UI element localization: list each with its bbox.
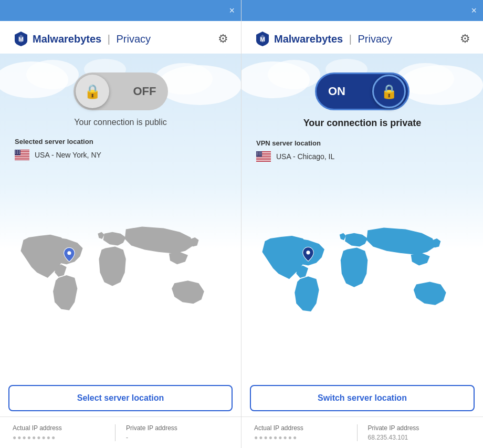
private-ip-value-right: 68.235.43.101 <box>368 434 471 441</box>
footer-left: Actual IP address ●●●●●●●●● Private IP a… <box>0 416 241 448</box>
flag-left <box>15 150 29 160</box>
server-section-left: Selected server location <box>13 138 228 165</box>
main-content-left: 🔒 OFF Your connection is public Selected… <box>0 54 241 380</box>
logo-privacy-right: Privacy <box>358 33 392 45</box>
server-name-left: USA - New York, NY <box>35 151 101 159</box>
settings-button-left[interactable]: ⚙ <box>218 32 228 46</box>
title-bar-right: × <box>242 0 483 21</box>
actual-ip-value-left: ●●●●●●●●● <box>13 434 115 441</box>
svg-point-21 <box>17 153 18 153</box>
actual-ip-section-left: Actual IP address ●●●●●●●●● <box>13 424 115 441</box>
svg-point-15 <box>17 150 18 151</box>
connection-status-right: Your connection is private <box>303 118 422 129</box>
app-header-right: M Malwarebytes | Privacy ⚙ <box>242 21 483 54</box>
svg-point-43 <box>260 153 261 154</box>
logo-privacy-left: Privacy <box>116 33 151 45</box>
actual-ip-value-right: ●●●●●●●●● <box>254 434 357 441</box>
svg-point-38 <box>257 152 257 152</box>
lock-icon-right: 🔒 <box>381 84 397 100</box>
svg-point-18 <box>17 152 18 152</box>
flag-right <box>256 151 271 162</box>
private-ip-section-right: Private IP address 68.235.43.101 <box>357 424 471 441</box>
private-ip-label-right: Private IP address <box>368 424 471 432</box>
lock-icon-left: 🔒 <box>84 84 101 100</box>
svg-point-39 <box>259 152 259 152</box>
svg-point-40 <box>260 152 261 152</box>
toggle-knob-right: 🔒 <box>372 75 406 108</box>
actual-ip-section-right: Actual IP address ●●●●●●●●● <box>254 424 357 441</box>
server-label-left: Selected server location <box>15 138 226 145</box>
private-ip-label-left: Private IP address <box>126 424 228 432</box>
logo-divider-left: | <box>104 33 113 45</box>
svg-rect-12 <box>15 159 29 160</box>
footer-right: Actual IP address ●●●●●●●●● Private IP a… <box>242 416 483 448</box>
app-header-left: M Malwarebytes | Privacy ⚙ <box>0 21 241 54</box>
svg-point-46 <box>260 154 261 155</box>
server-section-right: VPN server location <box>254 139 470 167</box>
logo-icon-left: M <box>13 30 29 47</box>
svg-point-2 <box>26 60 79 89</box>
connection-status-left: Your connection is public <box>74 118 166 127</box>
private-ip-value-left: - <box>126 434 228 441</box>
toggle-label-right: ON <box>328 85 345 98</box>
svg-rect-34 <box>256 157 271 158</box>
svg-point-47 <box>306 251 310 254</box>
svg-point-44 <box>257 154 257 155</box>
server-row-right: USA - Chicago, IL <box>256 151 468 162</box>
svg-point-41 <box>257 153 257 154</box>
settings-button-right[interactable]: ⚙ <box>460 32 470 46</box>
private-ip-section-left: Private IP address - <box>115 424 228 441</box>
svg-rect-11 <box>15 157 29 158</box>
svg-point-26 <box>268 60 320 89</box>
world-map-right <box>254 167 470 380</box>
svg-text:M: M <box>18 36 23 43</box>
right-panel: × M Malwarebytes | Privacy ⚙ <box>242 0 483 448</box>
vpn-toggle-right[interactable]: ON 🔒 <box>315 72 410 110</box>
server-name-right: USA - Chicago, IL <box>276 152 334 161</box>
select-server-button[interactable]: Select server location <box>8 385 233 411</box>
svg-point-45 <box>259 154 259 155</box>
world-map-left <box>13 165 228 380</box>
svg-rect-35 <box>256 159 271 160</box>
logo-divider-right: | <box>346 33 354 45</box>
close-button-right[interactable]: × <box>471 6 477 15</box>
logo-malware-left: Malwarebytes <box>33 33 101 45</box>
switch-server-button[interactable]: Switch server location <box>250 385 475 411</box>
toggle-label-left: OFF <box>133 85 156 98</box>
svg-point-22 <box>19 153 19 153</box>
svg-point-16 <box>19 150 19 151</box>
server-row-left: USA - New York, NY <box>15 150 226 160</box>
svg-point-42 <box>259 153 259 154</box>
server-label-right: VPN server location <box>256 139 468 147</box>
logo-malware-right: Malwarebytes <box>274 33 343 45</box>
svg-rect-10 <box>15 155 29 157</box>
vpn-toggle-left[interactable]: 🔒 OFF <box>74 72 168 110</box>
toggle-knob-left: 🔒 <box>76 75 109 108</box>
svg-point-20 <box>15 153 16 153</box>
svg-point-17 <box>15 152 16 152</box>
actual-ip-label-left: Actual IP address <box>13 424 115 432</box>
svg-point-19 <box>19 152 19 152</box>
svg-text:M: M <box>260 36 265 43</box>
logo-icon-right: M <box>254 30 271 47</box>
svg-rect-36 <box>256 160 271 161</box>
svg-point-14 <box>15 150 16 151</box>
main-content-right: ON 🔒 Your connection is private VPN serv… <box>242 54 483 380</box>
actual-ip-label-right: Actual IP address <box>254 424 357 432</box>
svg-point-23 <box>67 251 71 255</box>
logo-right: M Malwarebytes | Privacy <box>254 30 392 47</box>
left-panel: × M Malwarebytes | Privacy ⚙ <box>0 0 242 448</box>
close-button-left[interactable]: × <box>229 6 235 15</box>
logo-left: M Malwarebytes | Privacy <box>13 30 151 47</box>
title-bar-left: × <box>0 0 241 21</box>
